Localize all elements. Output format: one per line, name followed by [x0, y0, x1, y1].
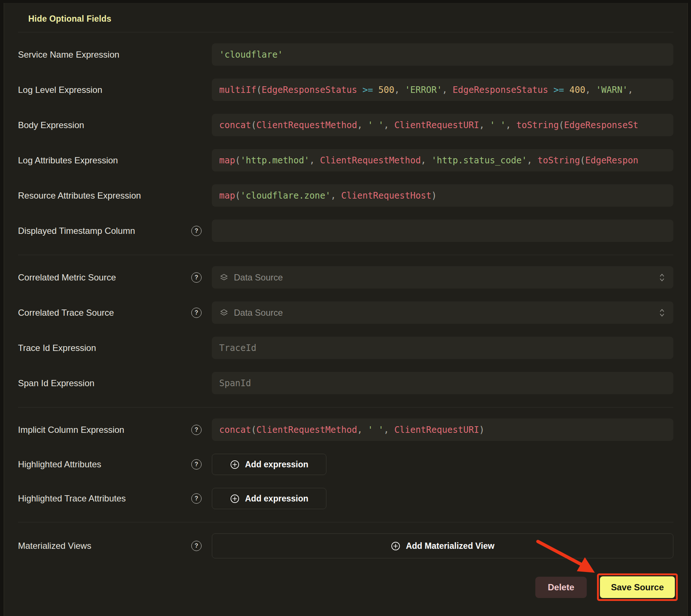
resource-attributes-label: Resource Attributes Expression — [18, 191, 141, 201]
divider — [18, 522, 673, 522]
field-row-log-attributes: Log Attributes Expression map('http.meth… — [18, 149, 673, 171]
save-source-button[interactable]: Save Source — [600, 576, 675, 598]
correlated-trace-label: Correlated Trace Source — [18, 308, 114, 318]
correlated-metric-label: Correlated Metric Source — [18, 272, 116, 283]
hide-optional-fields-toggle[interactable]: Hide Optional Fields — [28, 14, 111, 24]
help-icon[interactable]: ? — [191, 308, 202, 318]
service-name-input[interactable]: 'cloudflare' — [212, 43, 673, 66]
log-level-input[interactable]: multiIf(EdgeResponseStatus >= 500, 'ERRO… — [212, 79, 673, 101]
implicit-column-input[interactable]: concat(ClientRequestMethod, ' ', ClientR… — [212, 418, 673, 441]
plus-circle-icon — [230, 494, 240, 504]
plus-circle-icon — [230, 460, 240, 470]
divider — [18, 32, 673, 32]
log-attributes-input[interactable]: map('http.method', ClientRequestMethod, … — [212, 149, 673, 171]
span-id-label: Span Id Expression — [18, 378, 94, 388]
help-icon[interactable]: ? — [191, 272, 202, 283]
materialized-views-label: Materialized Views — [18, 541, 91, 551]
help-icon[interactable]: ? — [191, 541, 202, 551]
trace-id-input[interactable]: TraceId — [212, 337, 673, 359]
service-name-label: Service Name Expression — [18, 50, 119, 60]
displayed-timestamp-label: Displayed Timestamp Column — [18, 226, 135, 236]
body-input[interactable]: concat(ClientRequestMethod, ' ', ClientR… — [212, 114, 673, 136]
body-label: Body Expression — [18, 120, 84, 130]
field-row-body: Body Expression concat(ClientRequestMeth… — [18, 114, 673, 136]
log-level-label: Log Level Expression — [18, 85, 102, 95]
log-attributes-label: Log Attributes Expression — [18, 155, 118, 166]
field-row-correlated-trace: Correlated Trace Source ? Data Source — [18, 301, 673, 324]
resource-attributes-input[interactable]: map('cloudflare.zone', ClientRequestHost… — [212, 184, 673, 207]
trace-id-label: Trace Id Expression — [18, 343, 96, 353]
unfold-chevrons-icon — [658, 273, 666, 282]
unfold-chevrons-icon — [658, 308, 666, 318]
select-placeholder: Data Source — [234, 308, 283, 318]
implicit-column-label: Implicit Column Expression — [18, 425, 124, 435]
input-placeholder: TraceId — [219, 343, 256, 353]
field-row-service-name: Service Name Expression 'cloudflare' — [18, 43, 673, 66]
highlighted-attributes-label: Highlighted Attributes — [18, 459, 101, 470]
field-row-resource-attributes: Resource Attributes Expression map('clou… — [18, 184, 673, 207]
field-row-span-id: Span Id Expression SpanId — [18, 372, 673, 394]
plus-circle-icon — [391, 541, 401, 551]
highlighted-trace-attributes-label: Highlighted Trace Attributes — [18, 493, 126, 504]
add-materialized-view-button[interactable]: Add Materialized View — [212, 533, 673, 558]
field-row-displayed-timestamp: Displayed Timestamp Column ? — [18, 220, 673, 242]
field-row-correlated-metric: Correlated Metric Source ? Data Source — [18, 266, 673, 289]
annotation-highlight-box: Save Source — [597, 573, 678, 601]
field-row-trace-id: Trace Id Expression TraceId — [18, 337, 673, 359]
help-icon[interactable]: ? — [191, 459, 202, 470]
field-row-highlighted-trace-attributes: Highlighted Trace Attributes ? Add expre… — [18, 488, 673, 509]
select-placeholder: Data Source — [234, 272, 283, 283]
field-row-implicit-column: Implicit Column Expression ? concat(Clie… — [18, 418, 673, 441]
field-row-highlighted-attributes: Highlighted Attributes ? Add expression — [18, 454, 673, 475]
input-placeholder: SpanId — [219, 378, 251, 388]
add-expression-button[interactable]: Add expression — [212, 454, 326, 475]
footer-actions: Delete Save Source — [18, 573, 673, 601]
correlated-metric-select[interactable]: Data Source — [212, 266, 673, 289]
correlated-trace-select[interactable]: Data Source — [212, 301, 673, 324]
delete-button[interactable]: Delete — [535, 577, 587, 598]
field-row-materialized-views: Materialized Views ? Add Materialized Vi… — [18, 533, 673, 558]
stack-icon — [219, 308, 229, 318]
help-icon[interactable]: ? — [191, 493, 202, 504]
source-settings-panel: Hide Optional Fields Service Name Expres… — [4, 3, 688, 616]
displayed-timestamp-input[interactable] — [212, 220, 673, 242]
add-expression-button[interactable]: Add expression — [212, 488, 326, 509]
help-icon[interactable]: ? — [191, 425, 202, 435]
help-icon[interactable]: ? — [191, 226, 202, 236]
stack-icon — [219, 273, 229, 282]
span-id-input[interactable]: SpanId — [212, 372, 673, 394]
divider — [18, 255, 673, 255]
field-row-log-level: Log Level Expression multiIf(EdgeRespons… — [18, 79, 673, 101]
divider — [18, 407, 673, 407]
